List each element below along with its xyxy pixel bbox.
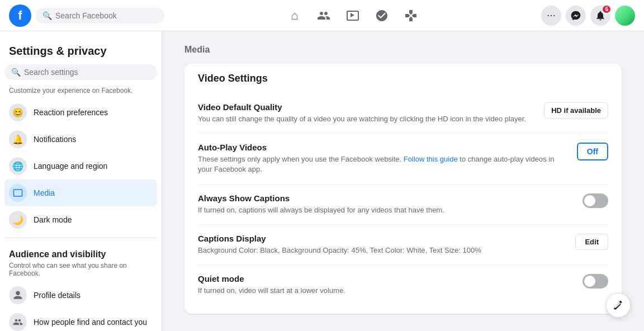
quiet-mode-row: Quiet mode If turned on, video will star…: [198, 265, 608, 305]
auto-play-desc-prefix: These settings only apply when you use t…: [198, 155, 404, 163]
sidebar-title: Settings & privacy: [4, 40, 157, 60]
quiet-mode-toggle[interactable]: [583, 274, 608, 289]
facebook-logo[interactable]: f: [9, 4, 31, 27]
gaming-nav-button[interactable]: [397, 2, 424, 29]
captions-edit-button[interactable]: Edit: [575, 234, 608, 250]
search-icon: 🔍: [42, 11, 52, 20]
sidebar-item-media[interactable]: Media: [4, 179, 157, 206]
captions-display-info: Captions Display Background Color: Black…: [198, 234, 566, 256]
find-contact-icon: [9, 313, 27, 331]
home-nav-button[interactable]: ⌂: [281, 2, 308, 29]
main-content: Media Video Settings Video Default Quali…: [162, 31, 644, 331]
sidebar-item-language-region[interactable]: 🌐 Language and region: [4, 153, 157, 179]
sidebar-item-profile-details[interactable]: Profile details: [4, 282, 157, 309]
quiet-mode-action: [583, 274, 608, 289]
search-settings-input[interactable]: [24, 68, 150, 77]
audience-section-desc: Control who can see what you share on Fa…: [4, 262, 157, 282]
video-quality-info: Video Default Quality You can still chan…: [198, 102, 535, 124]
captions-display-action: Edit: [575, 234, 608, 250]
sidebar-divider: [4, 238, 157, 238]
moon-icon: 🌙: [9, 211, 27, 229]
captions-toggle[interactable]: [583, 193, 608, 208]
video-quality-label: Video Default Quality: [198, 102, 535, 112]
menu-button[interactable]: ⋯: [541, 6, 561, 26]
friends-nav-button[interactable]: [310, 2, 337, 29]
media-icon: [9, 184, 27, 202]
sidebar-item-label: Reaction preferences: [34, 108, 108, 117]
nav-right: ⋯ 6: [541, 6, 635, 26]
captions-display-row: Captions Display Background Color: Black…: [198, 225, 608, 265]
sidebar-item-dark-mode[interactable]: 🌙 Dark mode: [4, 206, 157, 233]
nav-center: ⌂: [169, 2, 537, 29]
captions-display-label: Captions Display: [198, 234, 566, 243]
search-bar: 🔍: [36, 8, 164, 23]
card-title: Video Settings: [198, 73, 608, 84]
auto-play-row: Auto-Play Videos These settings only app…: [198, 134, 608, 184]
quiet-mode-desc: If turned on, video will start at a lowe…: [198, 286, 574, 296]
main-layout: Settings & privacy 🔍 Customize your expe…: [0, 31, 644, 331]
video-quality-desc: You can still change the quality of a vi…: [198, 114, 535, 124]
captions-row: Always Show Captions If turned on, capti…: [198, 185, 608, 225]
notifications-badge: 6: [602, 4, 612, 14]
sidebar: Settings & privacy 🔍 Customize your expe…: [0, 31, 162, 331]
sidebar-item-label: Notifications: [34, 135, 76, 144]
sidebar-item-label: How people find and contact you: [34, 318, 147, 327]
follow-guide-link[interactable]: Follow this guide: [404, 155, 458, 163]
auto-play-action: Off: [577, 143, 608, 160]
video-settings-card: Video Settings Video Default Quality You…: [184, 64, 622, 314]
auto-play-off-button[interactable]: Off: [577, 143, 608, 160]
search-input[interactable]: [55, 11, 158, 20]
captions-action: [583, 193, 608, 208]
globe-icon: 🌐: [9, 157, 27, 175]
sidebar-item-label: Profile details: [34, 291, 80, 300]
compose-fab[interactable]: [606, 293, 631, 318]
video-quality-action: HD if available: [544, 102, 608, 119]
captions-desc: If turned on, captions will always be di…: [198, 205, 574, 215]
sidebar-item-reaction-preferences[interactable]: 😊 Reaction preferences: [4, 99, 157, 126]
sidebar-item-find-contact[interactable]: How people find and contact you: [4, 309, 157, 331]
quiet-mode-label: Quiet mode: [198, 274, 574, 283]
quiet-mode-info: Quiet mode If turned on, video will star…: [198, 274, 574, 296]
auto-play-desc: These settings only apply when you use t…: [198, 154, 568, 174]
captions-label: Always Show Captions: [198, 193, 574, 203]
top-navigation: f 🔍 ⌂ ⋯ 6: [0, 0, 644, 31]
profile-details-icon: [9, 286, 27, 304]
profile-nav-button[interactable]: [368, 2, 395, 29]
watch-nav-button[interactable]: [339, 2, 366, 29]
search-settings-icon: 🔍: [11, 68, 21, 77]
reaction-icon: 😊: [9, 103, 27, 121]
search-settings-bar: 🔍: [4, 64, 157, 80]
sidebar-item-label: Language and region: [34, 162, 107, 171]
captions-info: Always Show Captions If turned on, capti…: [198, 193, 574, 215]
sidebar-item-label: Media: [34, 188, 55, 197]
bell-icon: 🔔: [9, 130, 27, 148]
audience-section-title: Audience and visibility: [4, 243, 157, 262]
notifications-button[interactable]: 6: [590, 6, 610, 26]
sidebar-item-notifications[interactable]: 🔔 Notifications: [4, 126, 157, 153]
sidebar-item-label: Dark mode: [34, 215, 72, 224]
auto-play-info: Auto-Play Videos These settings only app…: [198, 143, 568, 174]
video-default-quality-row: Video Default Quality You can still chan…: [198, 93, 608, 134]
sidebar-subtitle: Customize your experience on Facebook.: [4, 84, 157, 99]
page-title: Media: [184, 45, 622, 55]
messenger-button[interactable]: [566, 6, 586, 26]
auto-play-label: Auto-Play Videos: [198, 143, 568, 152]
hd-if-available-button[interactable]: HD if available: [544, 102, 608, 119]
avatar-button[interactable]: [615, 6, 635, 26]
captions-display-desc: Background Color: Black, Background Opac…: [198, 245, 566, 256]
